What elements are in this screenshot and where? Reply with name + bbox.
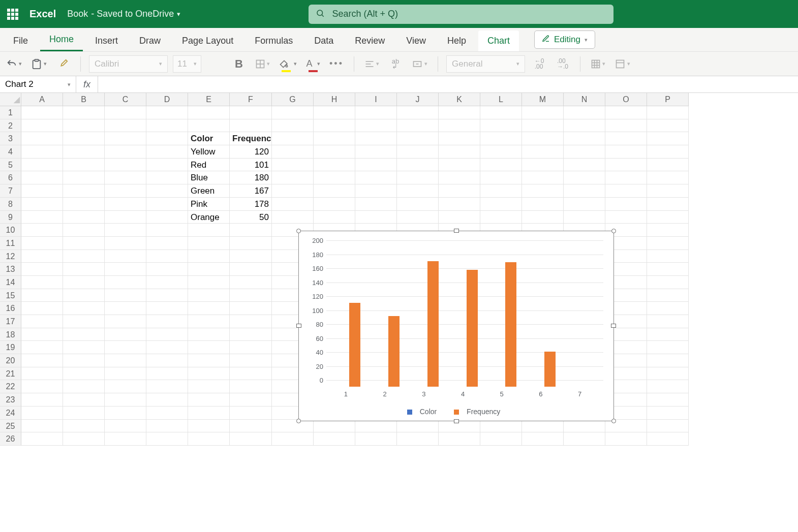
cell-B25[interactable] bbox=[63, 420, 105, 433]
cell-P2[interactable] bbox=[647, 119, 689, 133]
cell-N26[interactable] bbox=[564, 432, 605, 446]
cell-F7[interactable]: 167 bbox=[230, 184, 272, 198]
cell-P12[interactable] bbox=[647, 250, 689, 263]
chart-plot-area[interactable]: 0204060801001201401601802001234567 bbox=[309, 236, 603, 398]
tab-review[interactable]: Review bbox=[346, 30, 394, 51]
resize-handle-e[interactable] bbox=[611, 324, 616, 328]
cell-C7[interactable] bbox=[105, 184, 146, 198]
cell-A14[interactable] bbox=[21, 276, 63, 289]
cell-C20[interactable] bbox=[105, 354, 146, 367]
cell-C4[interactable] bbox=[105, 145, 146, 159]
decrease-decimal-button[interactable]: ←0.00 bbox=[530, 55, 548, 73]
tab-file[interactable]: File bbox=[4, 30, 37, 51]
cell-J1[interactable] bbox=[397, 106, 439, 119]
chart-object[interactable]: 0204060801001201401601802001234567 Color… bbox=[298, 231, 614, 421]
row-header-20[interactable]: 20 bbox=[0, 354, 21, 367]
cell-A25[interactable] bbox=[21, 420, 63, 433]
cell-O6[interactable] bbox=[605, 171, 647, 184]
bar-3[interactable] bbox=[427, 261, 439, 387]
row-header-23[interactable]: 23 bbox=[0, 393, 21, 406]
cell-N1[interactable] bbox=[564, 106, 605, 119]
cell-M6[interactable] bbox=[522, 171, 564, 184]
cell-B21[interactable] bbox=[63, 367, 105, 381]
cell-C14[interactable] bbox=[105, 276, 146, 289]
cell-D7[interactable] bbox=[146, 184, 188, 198]
cell-A16[interactable] bbox=[21, 302, 63, 315]
cell-C15[interactable] bbox=[105, 289, 146, 302]
row-header-13[interactable]: 13 bbox=[0, 263, 21, 276]
cell-D8[interactable] bbox=[146, 198, 188, 211]
cell-J26[interactable] bbox=[397, 432, 439, 446]
cell-F12[interactable] bbox=[230, 250, 272, 263]
cell-E7[interactable]: Green bbox=[188, 184, 230, 198]
format-painter-button[interactable] bbox=[54, 55, 72, 73]
app-launcher-icon[interactable] bbox=[7, 9, 18, 20]
cell-E1[interactable] bbox=[188, 106, 230, 119]
cell-D10[interactable] bbox=[146, 224, 188, 237]
cell-G4[interactable] bbox=[272, 145, 314, 159]
cell-C9[interactable] bbox=[105, 211, 146, 224]
cell-E17[interactable] bbox=[188, 315, 230, 328]
borders-button[interactable]: ▾ bbox=[253, 55, 272, 73]
cell-L7[interactable] bbox=[480, 184, 522, 198]
cell-O9[interactable] bbox=[605, 211, 647, 224]
cell-G2[interactable] bbox=[272, 119, 314, 133]
cell-F25[interactable] bbox=[230, 420, 272, 433]
cell-H25[interactable] bbox=[314, 420, 355, 433]
cell-N2[interactable] bbox=[564, 119, 605, 133]
cell-D1[interactable] bbox=[146, 106, 188, 119]
cell-I8[interactable] bbox=[355, 198, 397, 211]
cell-H9[interactable] bbox=[314, 211, 355, 224]
search-box[interactable] bbox=[309, 5, 613, 24]
cell-I4[interactable] bbox=[355, 145, 397, 159]
row-header-12[interactable]: 12 bbox=[0, 250, 21, 263]
cell-L25[interactable] bbox=[480, 420, 522, 433]
cell-B24[interactable] bbox=[63, 406, 105, 420]
cell-D9[interactable] bbox=[146, 211, 188, 224]
row-header-24[interactable]: 24 bbox=[0, 406, 21, 420]
cell-C13[interactable] bbox=[105, 263, 146, 276]
cell-D4[interactable] bbox=[146, 145, 188, 159]
cell-D13[interactable] bbox=[146, 263, 188, 276]
cell-D11[interactable] bbox=[146, 237, 188, 250]
cell-K5[interactable] bbox=[439, 159, 480, 172]
cell-F9[interactable]: 50 bbox=[230, 211, 272, 224]
cell-B12[interactable] bbox=[63, 250, 105, 263]
cell-K4[interactable] bbox=[439, 145, 480, 159]
document-title[interactable]: Book - Saved to OneDrive ▾ bbox=[67, 9, 180, 19]
resize-handle-se[interactable] bbox=[611, 419, 616, 423]
cell-A20[interactable] bbox=[21, 354, 63, 367]
cell-L26[interactable] bbox=[480, 432, 522, 446]
tab-help[interactable]: Help bbox=[438, 30, 475, 51]
bar-2[interactable] bbox=[388, 316, 400, 387]
cell-B23[interactable] bbox=[63, 393, 105, 406]
cell-N4[interactable] bbox=[564, 145, 605, 159]
cell-D15[interactable] bbox=[146, 289, 188, 302]
col-header-O[interactable]: O bbox=[605, 93, 647, 106]
cell-E2[interactable] bbox=[188, 119, 230, 133]
cell-J2[interactable] bbox=[397, 119, 439, 133]
cell-F18[interactable] bbox=[230, 328, 272, 341]
cell-H26[interactable] bbox=[314, 432, 355, 446]
cell-E24[interactable] bbox=[188, 406, 230, 420]
cell-B7[interactable] bbox=[63, 184, 105, 198]
col-header-C[interactable]: C bbox=[105, 93, 146, 106]
wrap-text-button[interactable]: ab↲ bbox=[386, 55, 405, 73]
cell-J7[interactable] bbox=[397, 184, 439, 198]
cell-L1[interactable] bbox=[480, 106, 522, 119]
cell-N8[interactable] bbox=[564, 198, 605, 211]
cell-P22[interactable] bbox=[647, 380, 689, 393]
row-header-2[interactable]: 2 bbox=[0, 119, 21, 133]
col-header-M[interactable]: M bbox=[522, 93, 564, 106]
cell-A23[interactable] bbox=[21, 393, 63, 406]
cell-G8[interactable] bbox=[272, 198, 314, 211]
cell-C16[interactable] bbox=[105, 302, 146, 315]
cell-G7[interactable] bbox=[272, 184, 314, 198]
number-format-select[interactable]: General▾ bbox=[446, 55, 525, 73]
cell-J8[interactable] bbox=[397, 198, 439, 211]
cell-P23[interactable] bbox=[647, 393, 689, 406]
cell-A21[interactable] bbox=[21, 367, 63, 381]
cell-M7[interactable] bbox=[522, 184, 564, 198]
tab-chart[interactable]: Chart bbox=[478, 30, 519, 51]
cell-D25[interactable] bbox=[146, 420, 188, 433]
